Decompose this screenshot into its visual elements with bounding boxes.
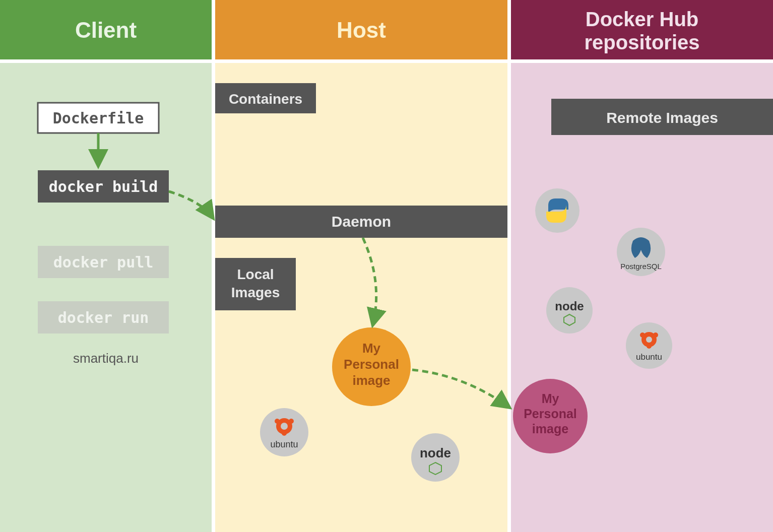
local-images-label-box: [215, 258, 296, 310]
host-title: Host: [337, 18, 386, 42]
svg-point-16: [653, 332, 658, 338]
svg-point-3: [275, 419, 280, 424]
ubuntu-logo-hub-label: ubuntu: [636, 352, 662, 362]
docker-pull-label: docker pull: [53, 253, 154, 271]
svg-point-4: [289, 419, 294, 424]
ubuntu-logo-host: ubuntu: [260, 408, 308, 456]
docker-build-label: docker build: [49, 178, 158, 195]
remote-images-label: Remote Images: [606, 109, 718, 126]
node-logo-host: node: [411, 433, 460, 482]
node-logo-hub: node: [546, 287, 593, 334]
svg-point-14: [646, 337, 652, 343]
node-logo-hub-label: node: [555, 299, 584, 313]
client-title: Client: [75, 18, 137, 42]
ubuntu-logo-hub: ubuntu: [626, 322, 672, 369]
ubuntu-logo-host-label: ubuntu: [270, 439, 298, 449]
svg-point-8: [535, 188, 579, 233]
docker-run-label: docker run: [58, 309, 149, 326]
svg-point-15: [640, 332, 645, 338]
daemon-label: Daemon: [332, 213, 391, 230]
svg-point-5: [282, 431, 287, 436]
containers-label: Containers: [229, 91, 302, 107]
postgresql-logo-label: PostgreSQL: [620, 262, 662, 271]
postgresql-logo: PostgreSQL: [617, 228, 665, 276]
python-logo: [535, 188, 579, 233]
svg-point-17: [647, 344, 652, 349]
footer-credit: smartiqa.ru: [73, 351, 139, 366]
node-logo-host-label: node: [420, 445, 451, 460]
dockerfile-label: Dockerfile: [53, 109, 144, 127]
svg-point-2: [281, 423, 288, 430]
